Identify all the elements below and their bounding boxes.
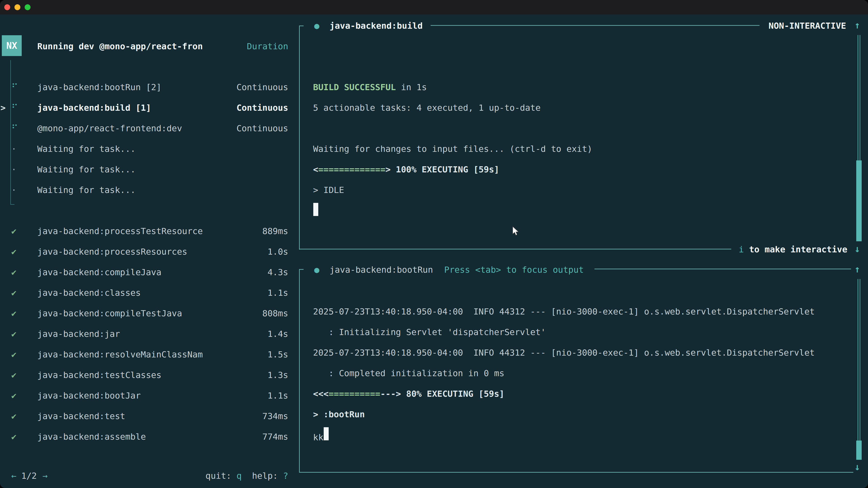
- done-task-list: ✔ java-backend:processTestResource 889ms…: [0, 221, 291, 447]
- check-icon: ✔: [11, 432, 17, 442]
- done-task-row[interactable]: ✔ java-backend:processTestResource 889ms: [0, 221, 291, 241]
- task-label: java-backend:compileTestJava: [37, 308, 182, 318]
- titlebar: [0, 0, 868, 14]
- scroll-up-icon[interactable]: ↑: [855, 264, 860, 274]
- duration-header: Duration: [247, 41, 288, 52]
- task-duration: 1.1s: [268, 288, 288, 298]
- terminal-line: <<<==========---> 80% EXECUTING [59s]: [313, 383, 862, 404]
- task-duration: 1.5s: [268, 350, 288, 359]
- waiting-dot-icon: ·: [11, 144, 17, 154]
- interactive-key: i: [739, 244, 744, 255]
- check-icon: ✔: [11, 411, 17, 421]
- spinner-icon: ⠋: [11, 82, 18, 92]
- check-icon: ✔: [11, 288, 17, 298]
- bootrun-scrollbar-track[interactable]: [858, 279, 860, 441]
- task-label: java-backend:processTestResource: [37, 226, 203, 236]
- terminal-line: [313, 118, 862, 138]
- terminal-line: > :bootRun: [313, 404, 862, 424]
- waiting-label: Waiting for task...: [37, 164, 135, 174]
- minimize-button[interactable]: [14, 4, 20, 10]
- done-task-row[interactable]: ✔ java-backend:resolveMainClassNam 1.5s: [0, 344, 291, 365]
- task-tree-corner: [10, 204, 14, 205]
- done-task-row[interactable]: ✔ java-backend:jar 1.4s: [0, 324, 291, 344]
- task-status: Continuous: [237, 103, 288, 113]
- bootrun-pane-bottom-border: [299, 472, 853, 473]
- waiting-label: Waiting for task...: [37, 144, 135, 154]
- task-duration: 808ms: [262, 308, 288, 318]
- build-pane-left-border: [299, 26, 300, 250]
- build-output: BUILD SUCCESSFUL in 1s 5 actionable task…: [313, 77, 862, 221]
- task-duration: 1.0s: [268, 247, 288, 257]
- task-duration: 1.4s: [268, 329, 288, 339]
- done-task-row[interactable]: ✔ java-backend:processResources 1.0s: [0, 241, 291, 262]
- close-button[interactable]: [4, 4, 10, 10]
- done-task-row[interactable]: ✔ java-backend:assemble 774ms: [0, 426, 291, 447]
- cursor-block: [324, 427, 329, 440]
- terminal-line: : Completed initialization in 0 ms: [313, 363, 862, 383]
- build-pane-title[interactable]: java-backend:build: [330, 21, 423, 31]
- zoom-button[interactable]: [25, 4, 31, 10]
- waiting-task-row[interactable]: · Waiting for task...: [0, 180, 291, 200]
- task-row[interactable]: > ⠋ java-backend:bootRun [2] Continuous: [0, 77, 291, 97]
- build-pane-bottom-border: [299, 249, 731, 250]
- terminal-line: <=============> 100% EXECUTING [59s]: [313, 159, 862, 180]
- build-scrollbar-thumb[interactable]: [856, 160, 862, 241]
- task-row[interactable]: > ⠋ java-backend:build [1] Continuous: [0, 97, 291, 118]
- bootrun-focus-hint: Press <tab> to focus output: [444, 265, 584, 275]
- spinner-icon: ⠋: [11, 103, 18, 113]
- terminal-line: 2025-07-23T13:40:18.950-04:00 INFO 44312…: [313, 301, 862, 322]
- build-pane-mode-badge: NON-INTERACTIVE: [769, 21, 846, 31]
- bootrun-pane-title[interactable]: java-backend:bootRun: [330, 265, 433, 275]
- task-label: java-backend:resolveMainClassNam: [37, 350, 203, 359]
- terminal-line: 2025-07-23T13:40:18.950-04:00 INFO 44312…: [313, 342, 862, 363]
- bootrun-pane-bullet-icon: ●: [314, 265, 319, 275]
- check-icon: ✔: [11, 247, 17, 257]
- waiting-dot-icon: ·: [11, 185, 17, 195]
- task-status: Continuous: [237, 82, 288, 92]
- task-label: java-backend:bootJar: [37, 391, 141, 400]
- footer-hints: quit: q help: ?: [206, 470, 288, 481]
- task-duration: 734ms: [262, 411, 288, 421]
- terminal-line: 5 actionable tasks: 4 executed, 1 up-to-…: [313, 97, 862, 118]
- task-label: java-backend:assemble: [37, 432, 146, 442]
- interactive-hint: to make interactive: [744, 244, 847, 255]
- check-icon: ✔: [11, 308, 17, 318]
- waiting-task-row[interactable]: · Waiting for task...: [0, 138, 291, 159]
- bootrun-scrollbar-thumb[interactable]: [856, 441, 862, 460]
- build-scrollbar-track[interactable]: [858, 35, 860, 160]
- done-task-row[interactable]: ✔ java-backend:compileJava 4.3s: [0, 262, 291, 283]
- help-key: ?: [283, 471, 288, 481]
- scroll-down-icon[interactable]: ↓: [855, 462, 860, 472]
- done-task-row[interactable]: ✔ java-backend:test 734ms: [0, 406, 291, 426]
- scroll-down-icon[interactable]: ↓: [855, 244, 860, 254]
- task-duration: 774ms: [262, 432, 288, 442]
- done-task-row[interactable]: ✔ java-backend:classes 1.1s: [0, 283, 291, 303]
- waiting-task-row[interactable]: · Waiting for task...: [0, 159, 291, 180]
- terminal-line: > IDLE: [313, 180, 862, 200]
- selected-marker: >: [0, 103, 6, 113]
- nx-logo: NX: [2, 35, 22, 56]
- waiting-task-list: · Waiting for task... · Waiting for task…: [0, 138, 291, 200]
- bootrun-pane-corner: [299, 269, 304, 270]
- check-icon: ✔: [11, 350, 17, 359]
- terminal-line: : Initializing Servlet 'dispatcherServle…: [313, 322, 862, 342]
- task-label: java-backend:build [1]: [37, 103, 151, 113]
- check-icon: ✔: [11, 329, 17, 339]
- page-prev-icon[interactable]: ←: [11, 470, 17, 481]
- cursor-block: [313, 203, 318, 216]
- bootrun-pane-left-border: [299, 269, 300, 473]
- task-duration: 1.3s: [268, 370, 288, 380]
- task-label: java-backend:bootRun [2]: [37, 82, 161, 92]
- task-row[interactable]: > ⠋ @mono-app/react-frontend:dev Continu…: [0, 118, 291, 138]
- task-label: java-backend:processResources: [37, 247, 187, 257]
- quit-label: quit:: [206, 471, 237, 481]
- done-task-row[interactable]: ✔ java-backend:bootJar 1.1s: [0, 385, 291, 406]
- scroll-up-icon[interactable]: ↑: [855, 20, 860, 31]
- bootrun-output: 2025-07-23T13:40:18.950-04:00 INFO 44312…: [313, 301, 862, 445]
- page-next-icon[interactable]: →: [42, 470, 48, 481]
- done-task-row[interactable]: ✔ java-backend:compileTestJava 808ms: [0, 303, 291, 324]
- task-label: @mono-app/react-frontend:dev: [37, 123, 182, 133]
- done-task-row[interactable]: ✔ java-backend:testClasses 1.3s: [0, 365, 291, 385]
- waiting-label: Waiting for task...: [37, 185, 135, 195]
- terminal-line: [313, 200, 862, 221]
